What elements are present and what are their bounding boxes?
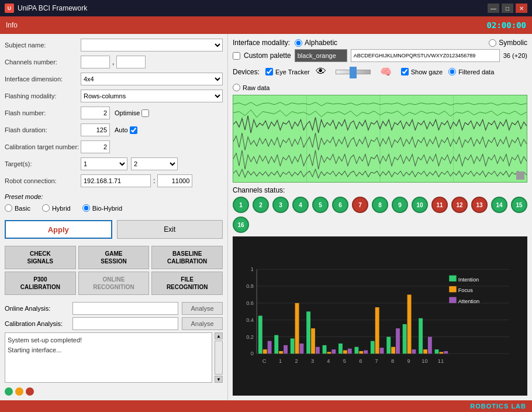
flash-number-row: Flash number: Optimise	[5, 107, 223, 119]
channel-15[interactable]: 15	[511, 197, 527, 213]
maximize-button[interactable]: □	[502, 4, 513, 13]
svg-rect-49	[396, 328, 400, 353]
auto-checkbox[interactable]	[130, 126, 137, 134]
channels-number-input[interactable]: 16	[81, 56, 110, 68]
devices-row: Devices: Eye Tracker 👁 🧠 Show gaz	[233, 66, 527, 91]
svg-rect-30	[295, 303, 299, 353]
online-analyse-button[interactable]: Analyse	[182, 302, 223, 315]
preset-biohybrid[interactable]: Bio-Hybrid	[82, 204, 122, 212]
flash-duration-row: Flash duration: Auto	[5, 123, 223, 136]
svg-text:8: 8	[391, 358, 394, 364]
p300-calibration-button[interactable]: P300CALIBRATION	[5, 272, 76, 295]
flash-number-label: Flash number:	[5, 109, 81, 116]
devices-section: Devices: Eye Tracker 👁 🧠 Show gaz	[233, 66, 527, 91]
svg-text:Intention: Intention	[458, 277, 479, 283]
channels-status-label: Channels status:	[233, 186, 527, 194]
channel-5[interactable]: 5	[312, 197, 329, 213]
status-dots	[5, 387, 223, 396]
targets-select2[interactable]: 2	[131, 157, 178, 170]
symbolic-radio[interactable]: Symbolic	[489, 39, 527, 47]
preset-mode-section: Preset mode: Basic Hybrid Bio-Hybrid	[5, 193, 223, 215]
optimise-checkbox[interactable]	[141, 109, 149, 117]
channels-number-input2[interactable]: 0	[116, 56, 146, 68]
channels-number-label: Channels number:	[5, 59, 81, 66]
show-gaze-checkbox[interactable]	[401, 68, 409, 75]
flash-number-input[interactable]	[81, 107, 110, 119]
exit-button[interactable]: Exit	[117, 220, 223, 239]
channel-11[interactable]: 11	[431, 197, 448, 213]
subject-name-input[interactable]	[81, 39, 223, 52]
apply-button[interactable]: Apply	[5, 220, 112, 239]
svg-rect-19	[449, 286, 456, 292]
online-analysis-input[interactable]	[72, 302, 178, 315]
baseline-calibration-button[interactable]: BASELINECALIBRATION	[151, 246, 223, 269]
online-recognition-button[interactable]: ONLINERECOGNITION	[78, 272, 150, 295]
flash-duration-input[interactable]	[81, 123, 110, 136]
preset-hybrid[interactable]: Hybrid	[42, 204, 71, 212]
preset-basic[interactable]: Basic	[5, 204, 30, 212]
subject-name-label: Subject name:	[5, 42, 81, 49]
calibration-analyse-button[interactable]: Analyse	[182, 317, 223, 330]
svg-rect-44	[371, 341, 375, 354]
channel-13[interactable]: 13	[471, 197, 488, 213]
channel-12[interactable]: 12	[451, 197, 468, 213]
calibration-target-input[interactable]	[81, 140, 110, 153]
custom-palette-checkbox[interactable]	[233, 52, 240, 60]
raw-data-radio[interactable]: Raw data	[233, 84, 270, 91]
channel-7[interactable]: 7	[352, 197, 368, 213]
eye-tracker-label: Eye Tracker	[275, 68, 310, 75]
minimize-button[interactable]: —	[488, 4, 499, 13]
symbolic-label: Symbolic	[499, 39, 527, 47]
filtered-data-radio[interactable]: Filtered data	[448, 68, 494, 75]
channel-8[interactable]: 8	[372, 197, 388, 213]
alphabetic-label: Alphabetic	[305, 39, 337, 47]
game-session-button[interactable]: GAMESESSION	[78, 246, 150, 269]
robot-ip-input[interactable]	[81, 174, 151, 187]
svg-text:7: 7	[375, 358, 378, 364]
channels-comma: ,	[112, 58, 114, 66]
flashing-modality-select[interactable]: Rows-columns	[81, 90, 223, 102]
file-recognition-button[interactable]: FILERECOGNITION	[151, 272, 223, 295]
svg-rect-31	[300, 344, 304, 353]
channel-10[interactable]: 10	[412, 197, 428, 213]
alphabetic-radio[interactable]: Alphabetic	[295, 39, 337, 47]
slider-container[interactable]	[336, 68, 371, 76]
svg-text:Focus: Focus	[458, 287, 474, 293]
eye-tracker-checkbox[interactable]	[265, 68, 273, 75]
calibration-analysis-input[interactable]	[72, 317, 178, 330]
svg-text:6: 6	[359, 358, 362, 364]
close-button[interactable]: ✕	[516, 4, 527, 13]
robot-port-input[interactable]	[157, 174, 192, 187]
channel-6[interactable]: 6	[332, 197, 348, 213]
show-gaze-checkbox-row[interactable]: Show gaze	[401, 68, 443, 75]
svg-rect-38	[338, 344, 343, 353]
interface-dimension-select[interactable]: 4x4	[81, 73, 223, 85]
svg-text:10: 10	[422, 358, 427, 364]
channel-14[interactable]: 14	[491, 197, 507, 213]
check-signals-button[interactable]: CHECKSIGNALS	[5, 246, 76, 269]
eye-tracker-checkbox-row[interactable]: Eye Tracker	[265, 68, 310, 75]
scroll-up-button[interactable]: ▲	[215, 332, 223, 339]
svg-rect-36	[327, 352, 331, 353]
svg-rect-40	[348, 349, 352, 354]
calibration-analysis-label: Calibration Analysis:	[5, 320, 69, 327]
palette-select[interactable]: black_orange	[295, 49, 347, 62]
raw-data-label: Raw data	[243, 84, 270, 91]
svg-rect-39	[343, 351, 347, 354]
calibration-target-label: Calibration target number:	[5, 143, 81, 150]
channel-2[interactable]: 2	[253, 197, 269, 213]
channel-9[interactable]: 9	[392, 197, 408, 213]
svg-text:0: 0	[251, 351, 254, 356]
channel-16[interactable]: 16	[233, 217, 249, 233]
targets-select1[interactable]: 1	[81, 157, 127, 170]
channel-3[interactable]: 3	[272, 197, 289, 213]
svg-text:0.6: 0.6	[246, 300, 254, 306]
channel-1[interactable]: 1	[233, 197, 249, 213]
svg-text:C: C	[262, 358, 267, 364]
custom-palette-label: Custom palette	[244, 52, 291, 60]
auto-label: Auto	[115, 126, 128, 133]
scroll-down-button[interactable]: ▼	[215, 376, 223, 383]
channels-status-section: Channels status: 12345678910111213141516	[233, 186, 527, 233]
modality-row: Interface modality: Alphabetic Symbolic	[233, 39, 527, 47]
channel-4[interactable]: 4	[292, 197, 309, 213]
